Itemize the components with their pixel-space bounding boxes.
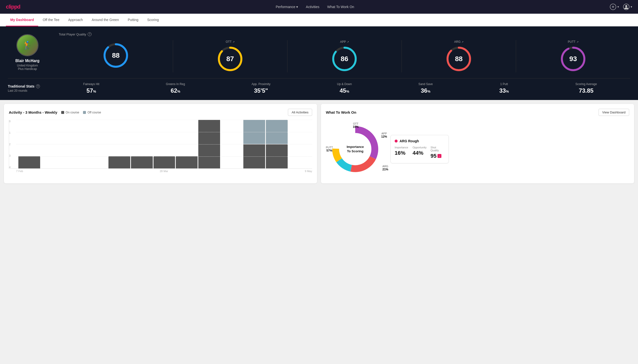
- activity-chart-card: Activity - 3 Months - Weekly On course O…: [4, 104, 317, 183]
- nav-right: ▾ ▾: [610, 4, 632, 10]
- metric-importance: Importance 16%: [395, 146, 408, 159]
- tpq-section: Total Player Quality ? 88: [59, 32, 630, 72]
- grid-line-1: [17, 156, 312, 157]
- donut-chart-wrapper: Importance To Scoring OTT 10% APP 12% AR…: [326, 120, 385, 178]
- stats-grid: Fairways Hit 57% Greens In Reg 62% App. …: [50, 82, 630, 94]
- profile-country: United Kingdom: [17, 64, 38, 67]
- donut-outer: Importance To Scoring OTT 10% APP 12% AR…: [326, 120, 385, 178]
- tabs-bar: My Dashboard Off the Tee Approach Around…: [0, 14, 638, 26]
- stat-scoring-average: Scoring Average 73.85: [575, 82, 597, 94]
- donut-label-putt: PUTT 57%: [326, 146, 333, 152]
- what-to-work-on-card: What To Work On View Dashboard: [321, 104, 634, 183]
- score-arg: ARG ↗ 88: [402, 40, 516, 72]
- score-putt-label: PUTT ↗: [568, 40, 578, 44]
- donut-section: Importance To Scoring OTT 10% APP 12% AR…: [326, 120, 629, 178]
- app-arrow-icon: ↗: [347, 40, 349, 43]
- score-ott-label: OTT ↗: [226, 40, 235, 44]
- avatar: 🏌️: [17, 34, 39, 56]
- activity-card-title: Activity - 3 Months - Weekly: [9, 110, 57, 114]
- ring-arg: 88: [445, 46, 472, 72]
- user-avatar-button[interactable]: ▾: [623, 4, 632, 10]
- stat-greens-in-reg: Greens In Reg 62%: [166, 82, 185, 94]
- top-nav: clippd Performance ▾ Activities What To …: [0, 0, 638, 14]
- donut-label-arg: ARG 21%: [382, 165, 388, 171]
- donut-center-text: Importance To Scoring: [347, 145, 364, 154]
- legend-on-course: On course: [61, 111, 79, 114]
- legend-on-dot: [61, 111, 64, 114]
- wtwo-card-header: What To Work On View Dashboard: [326, 109, 629, 116]
- tpq-label: Total Player Quality ?: [59, 32, 630, 36]
- stat-sand-save: Sand Save 36%: [418, 82, 433, 94]
- wtwo-card-title: What To Work On: [326, 110, 356, 114]
- shot-quality-down-badge: ↓: [438, 154, 442, 158]
- grid-line-4: [17, 120, 312, 120]
- brand-logo[interactable]: clippd: [6, 4, 20, 10]
- add-button[interactable]: ▾: [610, 4, 619, 10]
- info-card-title: ARG Rough: [395, 139, 445, 143]
- metric-opportunity: Opportunity 44%: [412, 146, 427, 159]
- tab-putting[interactable]: Putting: [123, 14, 143, 26]
- stat-app-proximity: App. Proximity 35'5": [252, 82, 270, 94]
- ring-app: 86: [331, 46, 358, 72]
- tab-around-the-green[interactable]: Around the Green: [87, 14, 123, 26]
- profile-section: 🏌️ Blair McHarg United Kingdom Plus Hand…: [8, 34, 47, 71]
- tab-off-the-tee[interactable]: Off the Tee: [38, 14, 64, 26]
- nav-performance[interactable]: Performance ▾: [276, 5, 298, 9]
- profile-name: Blair McHarg: [16, 59, 40, 63]
- nav-activities[interactable]: Activities: [306, 5, 319, 9]
- bar-chart: 4 3 2 1 0 7 Feb 28 Mar 9 May: [9, 120, 312, 174]
- legend-off-dot: [83, 111, 86, 114]
- grid-line-3: [17, 132, 312, 132]
- chevron-down-icon: ▾: [617, 5, 619, 8]
- hero-section: 🏌️ Blair McHarg United Kingdom Plus Hand…: [0, 26, 638, 100]
- stat-up-down: Up & Down 45%: [337, 82, 352, 94]
- x-axis-labels: 7 Feb 28 Mar 9 May: [9, 170, 312, 172]
- donut-label-ott: OTT 10%: [353, 122, 359, 128]
- bar-chart-inner: 4 3 2 1 0: [9, 120, 312, 169]
- score-putt: PUTT ↗ 93: [516, 40, 630, 72]
- stat-fairways-hit: Fairways Hit 57%: [83, 82, 99, 94]
- y-axis-labels: 4 3 2 1 0: [9, 120, 11, 169]
- info-metrics: Importance 16% Opportunity 44% Shot Qual…: [395, 146, 445, 159]
- activity-card-header: Activity - 3 Months - Weekly On course O…: [9, 109, 312, 116]
- metric-shot-quality: Shot Quality 95 ↓: [431, 146, 445, 159]
- tab-my-dashboard[interactable]: My Dashboard: [6, 14, 38, 26]
- trad-label: Traditional Stats ?: [8, 84, 42, 88]
- chart-legend: On course Off course: [61, 111, 101, 114]
- trad-label-section: Traditional Stats ? Last 20 rounds: [8, 84, 42, 92]
- traditional-stats: Traditional Stats ? Last 20 rounds Fairw…: [8, 78, 630, 94]
- nav-what-to-work-on[interactable]: What To Work On: [327, 5, 354, 9]
- tpq-help-icon[interactable]: ?: [88, 32, 92, 36]
- chevron-down-icon: ▾: [631, 5, 632, 8]
- scores-row: 88 OTT ↗ 87: [59, 40, 630, 72]
- tab-approach[interactable]: Approach: [64, 14, 87, 26]
- stat-1-putt: 1 Putt 33%: [499, 82, 509, 94]
- view-dashboard-button[interactable]: View Dashboard: [599, 109, 629, 116]
- ring-ott: 87: [217, 46, 244, 72]
- hero-top: 🏌️ Blair McHarg United Kingdom Plus Hand…: [8, 32, 630, 72]
- putt-arrow-icon: ↗: [576, 40, 578, 43]
- svg-point-4: [625, 5, 627, 7]
- trad-help-icon[interactable]: ?: [36, 84, 40, 88]
- tab-scoring[interactable]: Scoring: [143, 14, 163, 26]
- score-ott: OTT ↗ 87: [173, 40, 287, 72]
- chevron-down-icon: ▾: [296, 5, 298, 9]
- grid-line-2: [17, 144, 312, 144]
- legend-off-course: Off course: [83, 111, 101, 114]
- trad-sub: Last 20 rounds: [8, 89, 42, 92]
- avatar-image: 🏌️: [17, 35, 38, 56]
- score-arg-label: ARG ↗: [454, 40, 464, 44]
- arg-rough-indicator: [395, 140, 397, 142]
- profile-handicap: Plus Handicap: [18, 67, 37, 71]
- score-app: APP ↗ 86: [287, 40, 402, 72]
- nav-links: Performance ▾ Activities What To Work On: [276, 5, 354, 9]
- donut-label-app: APP 12%: [381, 132, 387, 138]
- arg-rough-info-card: ARG Rough Importance 16% Opportunity 44%: [390, 135, 449, 163]
- ring-total: 88: [102, 42, 129, 69]
- bottom-cards: Activity - 3 Months - Weekly On course O…: [0, 100, 638, 187]
- ring-putt: 93: [560, 46, 587, 72]
- all-activities-button[interactable]: All Activities: [288, 109, 312, 116]
- score-app-label: APP ↗: [340, 40, 349, 44]
- grid-lines: [17, 120, 312, 169]
- arg-arrow-icon: ↗: [462, 40, 464, 43]
